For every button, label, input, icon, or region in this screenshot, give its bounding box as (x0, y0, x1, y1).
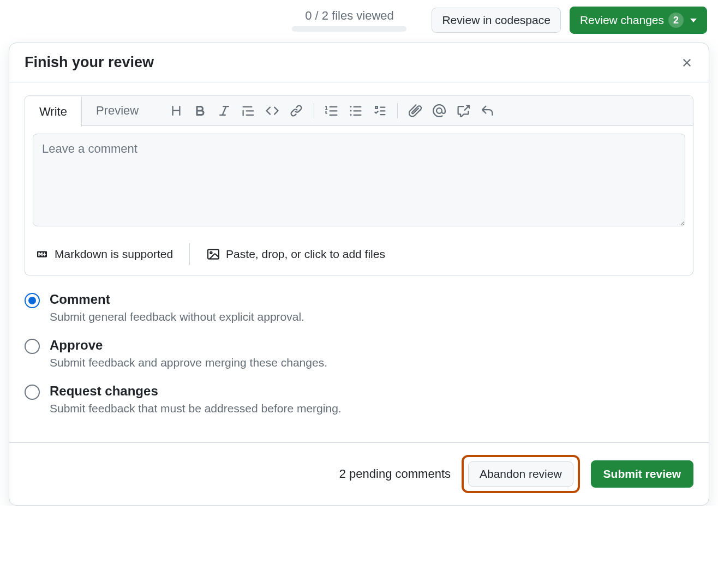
attach-icon[interactable] (403, 99, 427, 123)
editor-toolbar: Write Preview (25, 96, 693, 126)
reply-icon[interactable] (475, 99, 499, 123)
comment-editor: Write Preview (25, 95, 693, 275)
upload-hint-text: Paste, drop, or click to add files (226, 248, 385, 261)
abandon-highlight-ring: Abandon review (462, 455, 580, 493)
pending-comments-text: 2 pending comments (339, 467, 451, 481)
upload-hint[interactable]: Paste, drop, or click to add files (206, 248, 385, 261)
review-changes-button[interactable]: Review changes 2 (570, 7, 707, 34)
link-icon[interactable] (284, 99, 308, 123)
task-list-icon[interactable] (368, 99, 392, 123)
tab-preview[interactable]: Preview (82, 96, 153, 125)
toolbar-separator (397, 103, 398, 118)
tab-write[interactable]: Write (25, 97, 82, 127)
abandon-review-button[interactable]: Abandon review (468, 461, 573, 487)
bold-icon[interactable] (188, 99, 212, 123)
mention-icon[interactable] (427, 99, 451, 123)
finish-review-panel: Finish your review Write Preview (9, 43, 709, 506)
review-changes-count: 2 (668, 13, 684, 28)
markdown-hint[interactable]: Markdown is supported (35, 248, 173, 261)
radio-comment-label: Comment (50, 292, 304, 307)
radio-request-changes-label: Request changes (50, 383, 342, 399)
code-icon[interactable] (260, 99, 284, 123)
panel-title: Finish your review (25, 54, 154, 71)
radio-comment[interactable] (25, 293, 40, 308)
heading-icon[interactable] (164, 99, 188, 123)
review-type-options: Comment Submit general feedback without … (25, 292, 693, 415)
markdown-hint-text: Markdown is supported (55, 248, 173, 261)
markdown-icon (35, 249, 49, 259)
cross-reference-icon[interactable] (451, 99, 475, 123)
files-viewed-indicator: 0 / 2 files viewed (292, 9, 406, 32)
unordered-list-icon[interactable] (344, 99, 368, 123)
radio-approve-desc: Submit feedback and approve merging thes… (50, 356, 327, 369)
files-viewed-text: 0 / 2 files viewed (305, 9, 394, 23)
review-changes-label: Review changes (580, 14, 664, 27)
radio-approve[interactable] (25, 339, 40, 354)
footer-separator (189, 243, 190, 265)
image-icon (206, 248, 220, 260)
toolbar-separator (314, 103, 314, 118)
italic-icon[interactable] (212, 99, 236, 123)
ordered-list-icon[interactable] (320, 99, 344, 123)
submit-review-button[interactable]: Submit review (591, 460, 693, 488)
files-viewed-progress (292, 26, 406, 32)
comment-textarea[interactable] (33, 134, 685, 226)
radio-comment-desc: Submit general feedback without explicit… (50, 310, 304, 323)
caret-down-icon (690, 19, 697, 22)
radio-approve-label: Approve (50, 338, 327, 353)
close-icon (680, 56, 693, 69)
close-button[interactable] (680, 56, 693, 69)
review-in-codespace-label: Review in codespace (442, 14, 550, 27)
quote-icon[interactable] (236, 99, 260, 123)
radio-request-changes[interactable] (25, 385, 40, 400)
review-in-codespace-button[interactable]: Review in codespace (432, 8, 560, 33)
radio-request-changes-desc: Submit feedback that must be addressed b… (50, 402, 342, 415)
